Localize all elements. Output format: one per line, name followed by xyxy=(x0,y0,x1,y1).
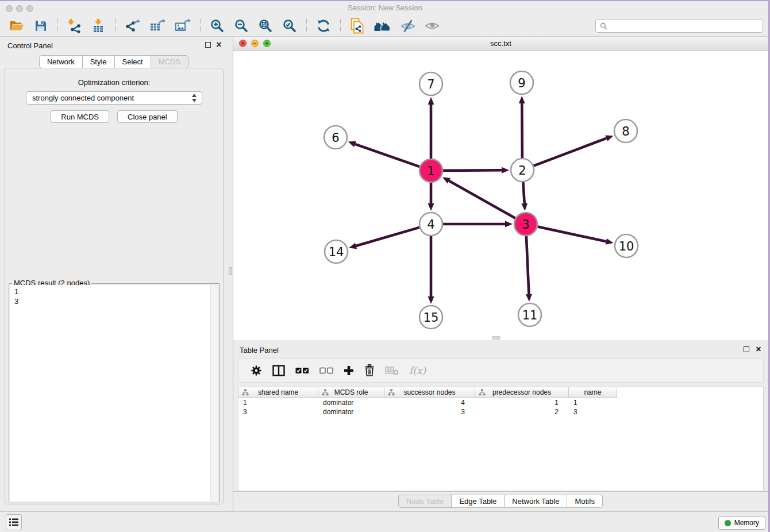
eye-slash-icon xyxy=(401,19,415,33)
node-10[interactable]: 10 xyxy=(615,234,638,257)
edge-2-8[interactable] xyxy=(534,138,607,166)
edge-1-2[interactable] xyxy=(443,170,502,171)
edge-2-3[interactable] xyxy=(523,182,524,203)
column-header-predecessor-nodes[interactable]: predecessor nodes xyxy=(475,387,569,398)
float-table-panel-icon[interactable] xyxy=(744,346,749,352)
dev-panel-button[interactable] xyxy=(6,514,22,530)
splitter-handle[interactable] xyxy=(229,267,232,275)
canvas-splitter-handle[interactable] xyxy=(492,336,500,340)
close-table-panel-icon[interactable] xyxy=(755,345,762,354)
create-column-button[interactable] xyxy=(344,363,354,378)
save-session-button[interactable] xyxy=(33,17,48,35)
node-9[interactable]: 9 xyxy=(510,71,533,94)
node-7[interactable]: 7 xyxy=(419,72,442,95)
table-row[interactable]: 3dominator323 xyxy=(238,407,763,417)
node-6[interactable]: 6 xyxy=(324,126,347,149)
edge-4-14[interactable] xyxy=(356,228,419,246)
edge-3-10[interactable] xyxy=(538,226,606,241)
trash-icon xyxy=(364,364,375,376)
zoom-fit-button[interactable] xyxy=(257,17,274,35)
network-maximize-button[interactable] xyxy=(263,40,271,47)
zoom-in-button[interactable] xyxy=(209,17,225,35)
svg-text:6: 6 xyxy=(332,131,339,145)
show-columns-button[interactable] xyxy=(272,363,285,378)
float-panel-icon[interactable] xyxy=(205,42,211,48)
svg-text:3: 3 xyxy=(522,218,529,232)
tab-select[interactable]: Select xyxy=(114,55,151,68)
show-graphics-button[interactable] xyxy=(424,17,440,35)
mcds-result-text[interactable]: 13 xyxy=(10,285,218,502)
tab-network-table[interactable]: Network Table xyxy=(504,495,567,508)
table-cell[interactable]: 3 xyxy=(569,408,617,416)
panel-splitter[interactable] xyxy=(228,37,233,511)
node-2[interactable]: 2 xyxy=(511,159,534,182)
edge-3-1[interactable] xyxy=(449,181,515,218)
node-8[interactable]: 8 xyxy=(614,119,637,142)
edge-1-6[interactable] xyxy=(355,144,419,167)
network-minimize-button[interactable] xyxy=(251,40,259,47)
node-14[interactable]: 14 xyxy=(325,240,348,263)
tab-node-table[interactable]: Node Table xyxy=(398,495,452,508)
unselect-all-columns-button[interactable] xyxy=(319,363,333,378)
table-cell[interactable]: 1 xyxy=(475,399,569,407)
table-cell[interactable]: 2 xyxy=(475,408,569,416)
hide-graphics-button[interactable] xyxy=(400,17,416,35)
table-cell[interactable]: dominator xyxy=(318,399,384,407)
column-type-icon xyxy=(479,389,486,396)
home-networks-button[interactable] xyxy=(373,17,392,35)
select-all-columns-button[interactable] xyxy=(295,363,309,378)
run-mcds-button[interactable]: Run MCDS xyxy=(51,110,109,123)
close-panel-icon[interactable] xyxy=(215,40,222,49)
column-header-mcds-role[interactable]: MCDS role xyxy=(318,387,384,398)
search-box[interactable] xyxy=(595,19,763,33)
edge-arrowhead xyxy=(505,221,513,228)
node-4[interactable]: 4 xyxy=(419,213,442,236)
tab-edge-table[interactable]: Edge Table xyxy=(451,495,505,508)
edge-3-11[interactable] xyxy=(526,236,529,294)
open-session-button[interactable] xyxy=(9,17,25,35)
save-icon xyxy=(34,19,48,33)
export-network-button[interactable] xyxy=(124,17,141,35)
table-cell[interactable]: 3 xyxy=(384,408,475,416)
window-close-button[interactable] xyxy=(6,5,13,12)
node-15[interactable]: 15 xyxy=(419,306,442,329)
search-input[interactable] xyxy=(607,20,763,32)
tab-mcds[interactable]: MCDS xyxy=(151,55,188,68)
table-cell[interactable]: 1 xyxy=(569,399,617,407)
column-header-successor-nodes[interactable]: successor nodes xyxy=(384,387,475,398)
result-scrollbar[interactable] xyxy=(210,285,218,502)
function-builder-button[interactable]: f(x) xyxy=(409,363,426,378)
network-close-button[interactable] xyxy=(239,40,247,47)
table-cell[interactable]: dominator xyxy=(318,408,384,416)
zoom-out-button[interactable] xyxy=(233,17,249,35)
network-canvas[interactable]: 7968124314101511 xyxy=(233,51,768,340)
delete-table-button[interactable] xyxy=(385,363,399,378)
table-row[interactable]: 1dominator411 xyxy=(238,398,763,407)
refresh-button[interactable] xyxy=(315,17,332,35)
window-minimize-button[interactable] xyxy=(16,5,23,12)
column-header-shared-name[interactable]: shared name xyxy=(238,387,318,398)
zoom-selected-button[interactable] xyxy=(282,17,298,35)
table-settings-button[interactable] xyxy=(251,363,262,378)
column-header-name[interactable]: name xyxy=(569,387,617,398)
edge-2-9[interactable] xyxy=(522,103,522,158)
clone-network-button[interactable] xyxy=(349,17,365,35)
import-table-button[interactable] xyxy=(90,17,106,35)
criterion-select[interactable]: strongly connected component xyxy=(26,91,202,105)
memory-button[interactable]: Memory xyxy=(718,516,765,530)
node-11[interactable]: 11 xyxy=(518,303,541,326)
tab-network[interactable]: Network xyxy=(39,55,83,68)
table-cell[interactable]: 1 xyxy=(238,399,318,407)
node-3[interactable]: 3 xyxy=(514,213,537,236)
node-1[interactable]: 1 xyxy=(419,159,442,182)
table-cell[interactable]: 4 xyxy=(384,399,475,407)
export-table-button[interactable] xyxy=(149,17,166,35)
close-panel-button[interactable]: Close panel xyxy=(117,110,178,123)
export-image-button[interactable] xyxy=(174,17,191,35)
tab-motifs[interactable]: Motifs xyxy=(567,495,603,508)
delete-column-button[interactable] xyxy=(364,363,375,378)
import-network-button[interactable] xyxy=(66,17,82,35)
window-zoom-button[interactable] xyxy=(26,5,33,12)
tab-style[interactable]: Style xyxy=(82,55,115,68)
table-cell[interactable]: 3 xyxy=(238,408,318,416)
